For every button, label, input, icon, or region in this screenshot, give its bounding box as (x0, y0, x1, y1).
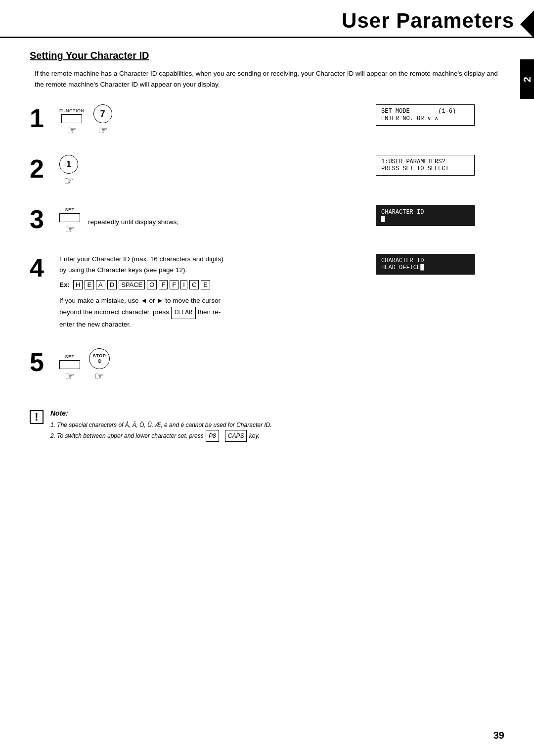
step-2-row: 1 ☞ 1:USER PARAMETERS? PRESS SET TO SELE… (59, 155, 504, 188)
note-content: Note: The special characters of Å, Ã, Ö,… (50, 409, 272, 442)
step-1-left: FUNCTION ☞ 7 ☞ (59, 104, 267, 137)
step-4: 4 Enter your Character ID (max. 16 chara… (30, 254, 504, 330)
step-3-number: 3 (30, 205, 59, 232)
ex-key-e: E (85, 280, 94, 289)
key-1-hand: ☞ (64, 175, 74, 188)
set-key-step5-rect (59, 360, 80, 369)
stop-key: STOP ⊙ ☞ (89, 348, 110, 383)
ex-key-f1: F (159, 280, 168, 289)
step-5-number: 5 (30, 348, 59, 375)
step-1-keys: FUNCTION ☞ 7 ☞ (59, 104, 267, 137)
function-key: FUNCTION ☞ (59, 108, 85, 137)
note-item-2: To switch between upper and lower charac… (50, 430, 272, 442)
step-2: 2 1 ☞ 1:USER PARAMETERS? PRESS SET TO SE… (30, 155, 504, 188)
ex-key-d: D (107, 280, 117, 289)
step-5-left: SET ☞ STOP ⊙ ☞ (59, 348, 267, 383)
p8-key: P8 (206, 430, 219, 442)
step-2-keys: 1 ☞ (59, 155, 267, 188)
section-title: Setting Your Character ID (30, 50, 504, 61)
step-2-display-line1: 1:USER PARAMETERS? (381, 158, 469, 165)
side-tab-label: 2 (522, 76, 533, 82)
stop-key-label: STOP (93, 353, 106, 358)
step-3-content: SET ☞ repeatedly until display shows; (59, 205, 267, 236)
page-title: User Parameters (342, 9, 534, 37)
step-3-right: CHARACTER ID █ (267, 205, 504, 226)
set-key-step3-label: SET (65, 207, 74, 212)
note-icon: ! (30, 410, 44, 424)
set-key-step3-hand: ☞ (65, 223, 75, 236)
step-2-number: 2 (30, 155, 59, 182)
step-2-display-line2: PRESS SET TO SELECT (381, 165, 469, 172)
stop-key-circle: STOP ⊙ (89, 348, 110, 369)
step-4-row: Enter your Character ID (max. 16 charact… (59, 254, 504, 330)
ex-key-e2: E (201, 280, 210, 289)
step-4-note: If you make a mistake, use ◄ or ► to mov… (59, 295, 316, 330)
note-list: The special characters of Å, Ã, Ö, Ü, Æ,… (50, 420, 272, 442)
step-3-row: SET ☞ repeatedly until display shows; CH… (59, 205, 504, 236)
ex-line: Ex: H E A D SPACE O F F I C E (59, 280, 316, 289)
step-3-display-line2: █ (381, 216, 469, 223)
main-content: Setting Your Character ID If the remote … (0, 38, 534, 462)
step-4-right: CHARACTER ID HEAD OFFICE█ (316, 254, 504, 275)
step-1-display-line1: SET MODE (1-6) (381, 108, 469, 115)
step-1-display: SET MODE (1-6) ENTER NO. OR ∨ ∧ (376, 104, 475, 126)
step-2-display: 1:USER PARAMETERS? PRESS SET TO SELECT (376, 155, 475, 176)
page-number: 39 (493, 730, 504, 741)
caps-key: CAPS (225, 430, 247, 442)
key-1-circle: 1 (59, 155, 78, 174)
step-2-left: 1 ☞ (59, 155, 267, 188)
step-1-row: FUNCTION ☞ 7 ☞ SET MODE (1-6) ENT (59, 104, 504, 137)
side-tab: 2 (520, 59, 534, 99)
step-4-display-line1: CHARACTER ID (381, 257, 469, 264)
step-4-display-line2: HEAD OFFICE█ (381, 264, 469, 271)
set-key-step5-hand: ☞ (65, 370, 75, 383)
ex-key-c: C (189, 280, 199, 289)
ex-key-h: H (73, 280, 83, 289)
step-3-display-line1: CHARACTER ID (381, 209, 469, 216)
key-7: 7 ☞ (93, 104, 112, 137)
intro-text: If the remote machine has a Character ID… (30, 68, 504, 90)
step-1: 1 FUNCTION ☞ 7 ☞ (30, 104, 504, 137)
function-key-hand: ☞ (67, 124, 77, 137)
function-key-label: FUNCTION (59, 108, 85, 113)
set-key-step3: SET ☞ (59, 207, 80, 236)
step-3-left: SET ☞ repeatedly until display shows; (59, 205, 267, 236)
page-header: User Parameters (0, 0, 534, 38)
key-7-hand: ☞ (98, 124, 108, 137)
set-key-step5: SET ☞ (59, 354, 80, 383)
header-triangle-icon (520, 10, 534, 38)
step-1-number: 1 (30, 104, 59, 131)
ex-key-space: SPACE (119, 280, 145, 289)
ex-key-o: O (147, 280, 157, 289)
stop-key-icon: ⊙ (97, 358, 102, 364)
step-4-left: Enter your Character ID (max. 16 charact… (59, 254, 316, 330)
set-key-step5-label: SET (65, 354, 74, 359)
step-5: 5 SET ☞ STOP ⊙ ☞ (30, 348, 504, 383)
stop-key-hand: ☞ (94, 370, 104, 383)
function-key-rect (61, 114, 82, 123)
step-3: 3 SET ☞ repeatedly until display shows; (30, 205, 504, 236)
step-3-display: CHARACTER ID █ (376, 205, 475, 226)
step-1-display-line2: ENTER NO. OR ∨ ∧ (381, 115, 469, 122)
step-5-keys: SET ☞ STOP ⊙ ☞ (59, 348, 267, 383)
note-label: Note: (50, 409, 272, 417)
set-key-step3-rect (59, 213, 80, 222)
key-1: 1 ☞ (59, 155, 78, 188)
step-3-text: repeatedly until display shows; (88, 218, 178, 226)
ex-key-f2: F (170, 280, 178, 289)
step-4-text1: Enter your Character ID (max. 16 charact… (59, 254, 316, 275)
ex-key-i: I (180, 280, 187, 289)
step-2-right: 1:USER PARAMETERS? PRESS SET TO SELECT (267, 155, 504, 176)
key-7-circle: 7 (93, 104, 112, 123)
ex-key-a: A (96, 280, 105, 289)
step-4-number: 4 (30, 254, 59, 281)
clear-key: CLEAR (171, 307, 196, 319)
note-section: ! Note: The special characters of Å, Ã, … (30, 403, 504, 442)
step-1-right: SET MODE (1-6) ENTER NO. OR ∨ ∧ (267, 104, 504, 126)
ex-label: Ex: (59, 281, 70, 288)
note-item-1: The special characters of Å, Ã, Ö, Ü, Æ,… (50, 420, 272, 430)
step-4-display: CHARACTER ID HEAD OFFICE█ (376, 254, 475, 275)
